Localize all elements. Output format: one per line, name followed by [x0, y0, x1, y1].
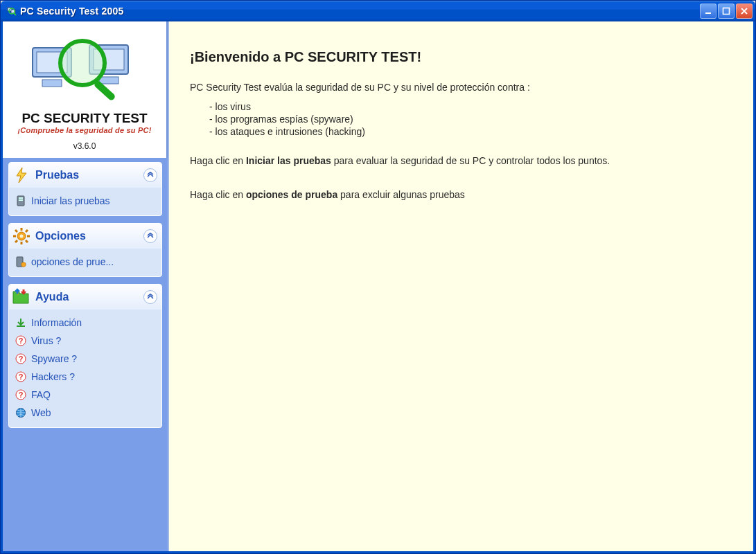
svg-text:?: ? — [19, 391, 24, 399]
minimize-button[interactable] — [700, 3, 717, 19]
window-buttons — [700, 3, 753, 19]
group-options-header[interactable]: Opciones — [9, 224, 161, 249]
bullet-hacking: los ataques e intrusiones (hacking) — [209, 126, 732, 137]
sidebar-item-label: FAQ — [31, 389, 51, 400]
group-tests-label: Pruebas — [35, 169, 139, 181]
sidebar-item-label: Web — [31, 407, 51, 418]
page-heading: ¡Bienvenido a PC SECURITY TEST! — [190, 49, 732, 65]
group-help-label: Ayuda — [35, 291, 139, 303]
app-window: PC Security Test 2005 — [0, 0, 756, 554]
close-button[interactable] — [736, 3, 753, 19]
intro-text: PC Security Test evalúa la seguridad de … — [190, 80, 732, 94]
svg-line-24 — [26, 230, 28, 232]
bullet-virus: los virus — [209, 101, 732, 112]
bullet-spyware: los programas espías (spyware) — [209, 114, 732, 125]
sidebar-item-spyware[interactable]: ? Spyware ? — [13, 350, 157, 368]
svg-line-3 — [14, 13, 16, 15]
sidebar-item-label: Spyware ? — [31, 353, 77, 364]
sidebar-item-faq[interactable]: ? FAQ — [13, 386, 157, 404]
logo-title: PC SECURITY TEST — [6, 111, 164, 126]
sidebar-item-hackers[interactable]: ? Hackers ? — [13, 368, 157, 386]
sidebar-item-label: Iniciar las pruebas — [31, 195, 110, 206]
svg-rect-29 — [17, 325, 25, 327]
svg-rect-16 — [19, 199, 23, 201]
app-icon — [6, 6, 17, 17]
window-title: PC Security Test 2005 — [20, 6, 700, 17]
group-tests: Pruebas Iniciar las pruebas — [8, 162, 162, 216]
sidebar-item-label: Información — [31, 317, 82, 328]
intro-bullets: los virus los programas espías (spyware)… — [209, 101, 732, 137]
client-area: PC SECURITY TEST ¡Compruebe la seguridad… — [1, 21, 755, 553]
text-bold: Iniciar las pruebas — [246, 155, 331, 166]
logo-subtitle: ¡Compruebe la seguridad de su PC! — [6, 126, 164, 134]
group-help-header[interactable]: Ayuda — [9, 285, 161, 310]
svg-rect-15 — [19, 197, 23, 199]
group-options: Opciones opciones de prue... — [8, 223, 162, 277]
sidebar-item-start-tests[interactable]: Iniciar las pruebas — [13, 192, 157, 210]
svg-line-23 — [26, 240, 28, 242]
help-icon: ? — [15, 370, 27, 383]
help-icon: ? — [15, 388, 27, 401]
sidebar-item-info[interactable]: Información — [13, 314, 157, 332]
titlebar: PC Security Test 2005 — [1, 1, 755, 21]
maximize-button[interactable] — [718, 3, 735, 19]
sidebar: PC SECURITY TEST ¡Compruebe la seguridad… — [3, 21, 168, 551]
folder-arrows-icon — [12, 287, 31, 307]
download-icon — [15, 316, 27, 329]
text: Haga clic en — [190, 189, 246, 200]
instruction-options: Haga clic en opciones de prueba para exc… — [190, 188, 732, 202]
group-tests-header[interactable]: Pruebas — [9, 163, 161, 188]
sidebar-item-label: opciones de prue... — [31, 256, 114, 267]
svg-point-26 — [20, 235, 24, 238]
help-icon: ? — [15, 352, 27, 365]
svg-line-25 — [15, 240, 17, 242]
gear-icon — [12, 226, 31, 246]
group-options-label: Opciones — [35, 230, 139, 242]
svg-rect-11 — [99, 77, 118, 84]
help-icon: ? — [15, 334, 27, 347]
svg-point-12 — [60, 41, 105, 85]
app-version: v3.6.0 — [6, 141, 164, 151]
server-icon — [15, 195, 27, 207]
text-bold: opciones de prueba — [246, 189, 337, 200]
main-content: ¡Bienvenido a PC SECURITY TEST! PC Secur… — [168, 21, 753, 551]
svg-rect-8 — [42, 80, 62, 87]
group-help: Ayuda Información ? Virus ? ? — [8, 284, 162, 428]
sidebar-item-virus[interactable]: ? Virus ? — [13, 332, 157, 350]
svg-point-28 — [21, 262, 26, 267]
logo-card: PC SECURITY TEST ¡Compruebe la seguridad… — [3, 21, 168, 158]
chevron-up-icon — [143, 290, 157, 304]
svg-rect-5 — [723, 8, 730, 15]
server-gear-icon — [15, 256, 27, 268]
sidebar-item-test-options[interactable]: opciones de prue... — [13, 253, 157, 271]
svg-text:?: ? — [19, 337, 24, 345]
sidebar-item-label: Virus ? — [31, 335, 61, 346]
sidebar-item-label: Hackers ? — [31, 371, 75, 382]
chevron-up-icon — [143, 229, 157, 243]
lightning-icon — [12, 166, 31, 185]
app-logo-icon — [26, 27, 143, 110]
text: para excluir algunas pruebas — [340, 189, 465, 200]
text: Haga clic en — [190, 155, 246, 166]
instruction-start: Haga clic en Iniciar las pruebas para ev… — [190, 154, 732, 168]
svg-text:?: ? — [19, 355, 24, 363]
svg-rect-4 — [705, 12, 711, 14]
chevron-up-icon — [143, 168, 157, 182]
globe-icon — [15, 406, 27, 419]
sidebar-groups: Pruebas Iniciar las pruebas — [3, 158, 168, 434]
text: para evaluar la seguridad de su PC y con… — [334, 155, 610, 166]
svg-text:?: ? — [19, 373, 24, 381]
sidebar-item-web[interactable]: Web — [13, 404, 157, 422]
svg-line-22 — [15, 230, 17, 232]
